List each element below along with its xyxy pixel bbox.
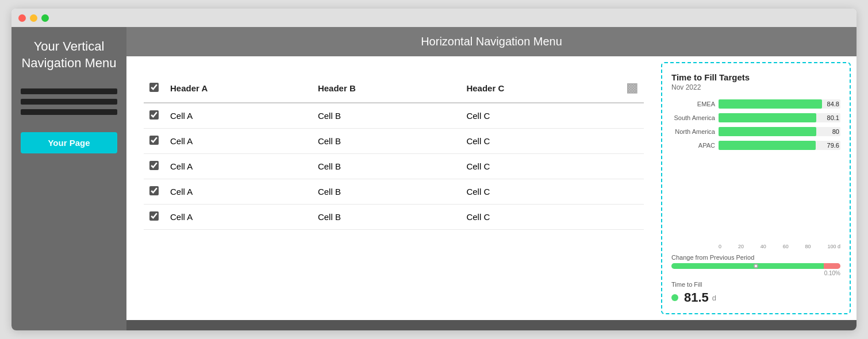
row-cell-a: Cell A bbox=[164, 179, 312, 205]
axis-0: 0 bbox=[719, 244, 721, 249]
row-cell-b: Cell B bbox=[312, 154, 461, 179]
change-bar-green bbox=[671, 263, 824, 269]
axis-80: 80 bbox=[805, 244, 811, 249]
row-checkbox[interactable] bbox=[149, 136, 159, 145]
bar-value: 80 bbox=[832, 128, 839, 135]
change-percent: 0.10% bbox=[671, 270, 840, 276]
menu-line-1 bbox=[21, 88, 117, 94]
row-checkbox[interactable] bbox=[149, 211, 159, 221]
header-checkbox-col bbox=[144, 74, 164, 103]
row-cell-a: Cell A bbox=[164, 103, 312, 129]
row-checkbox-col bbox=[144, 205, 164, 230]
bar-label: South America bbox=[671, 114, 715, 121]
ttf-dot bbox=[671, 294, 678, 301]
ttf-value-row: 81.5 d bbox=[671, 290, 840, 305]
row-icon-col bbox=[609, 154, 644, 179]
row-cell-a: Cell A bbox=[164, 205, 312, 230]
menu-line-3 bbox=[21, 109, 117, 115]
row-checkbox[interactable] bbox=[149, 110, 159, 120]
row-checkbox-col bbox=[144, 154, 164, 179]
row-checkbox-col bbox=[144, 179, 164, 205]
card-subtitle: Nov 2022 bbox=[671, 83, 840, 91]
ttf-value: 81.5 bbox=[684, 290, 709, 305]
row-cell-a: Cell A bbox=[164, 154, 312, 179]
table-row: Cell A Cell B Cell C bbox=[144, 129, 644, 154]
change-bar-red bbox=[824, 263, 840, 269]
row-icon-col bbox=[609, 205, 644, 230]
bar-row: North America 80 bbox=[671, 127, 840, 136]
axis-20: 20 bbox=[738, 244, 744, 249]
bottom-bar bbox=[126, 320, 857, 330]
title-bar bbox=[11, 9, 857, 27]
row-cell-b: Cell B bbox=[312, 129, 461, 154]
close-dot[interactable] bbox=[18, 14, 26, 22]
row-cell-c: Cell C bbox=[460, 154, 609, 179]
bar-value: 84.8 bbox=[827, 101, 839, 107]
card-title: Time to Fill Targets bbox=[671, 72, 840, 82]
content-area: Header A Header B Header C ▩ Cell bbox=[126, 56, 857, 320]
change-bar-track bbox=[671, 263, 840, 269]
row-cell-c: Cell C bbox=[460, 179, 609, 205]
bar-value: 80.1 bbox=[827, 114, 839, 121]
sidebar: Your Vertical Navigation Menu Your Page bbox=[11, 27, 126, 330]
row-cell-b: Cell B bbox=[312, 179, 461, 205]
axis-60: 60 bbox=[783, 244, 789, 249]
ttf-label: Time to Fill bbox=[671, 281, 840, 288]
bar-label: North America bbox=[671, 128, 715, 135]
ttf-section: Time to Fill 81.5 d bbox=[671, 281, 840, 305]
bar-row: EMEA 84.8 bbox=[671, 99, 840, 109]
bar-fill bbox=[719, 113, 816, 122]
axis-40: 40 bbox=[761, 244, 766, 249]
row-icon-col bbox=[609, 103, 644, 129]
bar-row: South America 80.1 bbox=[671, 113, 840, 122]
bar-track: 79.6 bbox=[719, 141, 840, 150]
change-section: Change from Previous Period 0.10% bbox=[671, 254, 840, 276]
row-cell-c: Cell C bbox=[460, 129, 609, 154]
row-cell-c: Cell C bbox=[460, 205, 609, 230]
bar-track: 80.1 bbox=[719, 113, 840, 122]
page-button[interactable]: Your Page bbox=[21, 132, 117, 153]
data-table: Header A Header B Header C ▩ Cell bbox=[144, 74, 644, 230]
row-checkbox[interactable] bbox=[149, 186, 159, 195]
sidebar-title: Your Vertical Navigation Menu bbox=[21, 38, 117, 71]
table-row: Cell A Cell B Cell C bbox=[144, 205, 644, 230]
table-row: Cell A Cell B Cell C bbox=[144, 154, 644, 179]
header-chart-col: ▩ bbox=[609, 74, 644, 103]
row-checkbox-col bbox=[144, 103, 164, 129]
header-checkbox[interactable] bbox=[149, 83, 159, 92]
top-bar: Horizontal Navigation Menu bbox=[126, 27, 857, 56]
app-body: Your Vertical Navigation Menu Your Page … bbox=[11, 27, 857, 330]
bar-label: EMEA bbox=[671, 101, 715, 107]
bar-label: APAC bbox=[671, 142, 715, 149]
row-cell-c: Cell C bbox=[460, 103, 609, 129]
change-dot bbox=[754, 264, 758, 268]
ttf-unit: d bbox=[712, 294, 716, 302]
axis-100: 100 d bbox=[827, 244, 840, 249]
bar-value: 79.6 bbox=[827, 142, 839, 149]
change-title: Change from Previous Period bbox=[671, 254, 840, 261]
bar-chart: EMEA 84.8 South America 80.1 North Ameri… bbox=[671, 99, 840, 238]
minimize-dot[interactable] bbox=[30, 14, 37, 22]
table-area: Header A Header B Header C ▩ Cell bbox=[126, 56, 661, 320]
bar-row: APAC 79.6 bbox=[671, 141, 840, 150]
table-row: Cell A Cell B Cell C bbox=[144, 179, 644, 205]
right-panel: Time to Fill Targets Nov 2022 EMEA 84.8 … bbox=[661, 56, 857, 320]
table-row: Cell A Cell B Cell C bbox=[144, 103, 644, 129]
top-bar-title: Horizontal Navigation Menu bbox=[421, 35, 562, 48]
bar-track: 80 bbox=[719, 127, 840, 136]
menu-line-2 bbox=[21, 99, 117, 105]
bar-fill bbox=[719, 99, 822, 109]
menu-lines bbox=[21, 88, 117, 115]
header-c: Header C bbox=[460, 74, 609, 103]
row-checkbox[interactable] bbox=[149, 161, 159, 170]
card: Time to Fill Targets Nov 2022 EMEA 84.8 … bbox=[661, 62, 851, 314]
row-icon-col bbox=[609, 179, 644, 205]
axis-labels: 0 20 40 60 80 100 d bbox=[719, 244, 840, 249]
bar-fill bbox=[719, 141, 816, 150]
row-cell-b: Cell B bbox=[312, 103, 461, 129]
row-icon-col bbox=[609, 129, 644, 154]
main-content: Horizontal Navigation Menu Header A bbox=[126, 27, 857, 330]
maximize-dot[interactable] bbox=[41, 14, 49, 22]
header-b: Header B bbox=[312, 74, 461, 103]
row-cell-a: Cell A bbox=[164, 129, 312, 154]
